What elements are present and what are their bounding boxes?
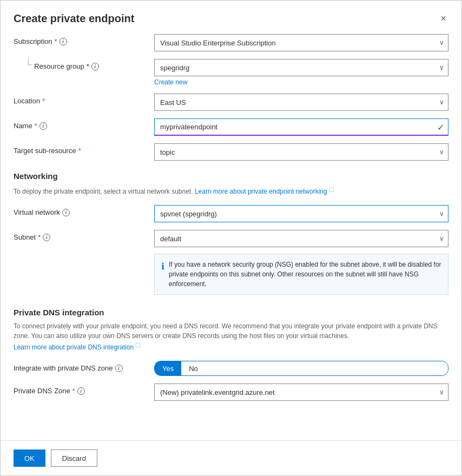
networking-learn-more-link[interactable]: Learn more about private endpoint networ…: [195, 188, 334, 195]
subnet-required: *: [38, 233, 41, 241]
location-control: East US ∨: [154, 94, 448, 111]
discard-button[interactable]: Discard: [51, 449, 97, 467]
dns-zone-required: *: [72, 387, 75, 395]
subscription-select-wrapper: Visual Studio Enterprise Subscription ∨: [154, 34, 448, 51]
resource-group-label-container: └ Resource group * i: [14, 59, 154, 70]
networking-description: To deploy the private endpoint, select a…: [14, 185, 448, 196]
dialog-title: Create private endpoint: [14, 12, 134, 25]
subnet-label: Subnet * i: [14, 230, 154, 241]
integrate-dns-label: Integrate with private DNS zone i: [14, 361, 154, 372]
private-dns-zone-row: Private DNS Zone * i (New) privatelink.e…: [14, 384, 448, 401]
resource-group-info-icon[interactable]: i: [91, 63, 99, 70]
name-input[interactable]: [154, 118, 448, 136]
nsg-info-text: If you have a network security group (NS…: [169, 260, 441, 289]
name-required: *: [35, 122, 37, 130]
external-link-icon-networking: ⬚: [329, 186, 334, 192]
subscription-label: Subscription * i: [14, 34, 154, 45]
dns-zone-select[interactable]: (New) privatelink.eventgrid.azure.net: [154, 384, 448, 401]
integrate-dns-row: Integrate with private DNS zone i Yes No: [14, 361, 448, 376]
dialog-body: Subscription * i Visual Studio Enterpris…: [1, 34, 461, 440]
virtual-network-select[interactable]: spvnet (spegridrg): [154, 205, 448, 222]
resource-group-select[interactable]: spegridrg: [154, 59, 448, 76]
integrate-dns-control: Yes No: [154, 361, 448, 376]
resource-group-required: *: [87, 62, 89, 70]
name-input-wrapper: ✓: [154, 118, 448, 136]
resource-group-control: spegridrg ∨ Create new: [154, 59, 448, 86]
subnet-select-wrapper: default ∨: [154, 230, 448, 247]
target-sub-resource-select[interactable]: topic: [154, 143, 448, 161]
subscription-required: *: [55, 37, 57, 45]
resource-group-label: Resource group: [34, 62, 84, 70]
subnet-row: Subnet * i default ∨ ℹ If you: [14, 230, 448, 295]
subscription-control: Visual Studio Enterprise Subscription ∨: [154, 34, 448, 51]
create-new-link[interactable]: Create new: [154, 78, 187, 86]
subscription-info-icon[interactable]: i: [60, 38, 67, 45]
ok-button[interactable]: OK: [14, 449, 45, 467]
resource-group-section: └ Resource group * i spegridrg ∨ Create …: [14, 59, 448, 86]
target-sub-resource-label: Target sub-resource *: [14, 143, 154, 155]
name-check-icon: ✓: [437, 122, 444, 133]
integrate-dns-info-icon[interactable]: i: [115, 365, 123, 372]
virtual-network-row: Virtual network i spvnet (spegridrg) ∨: [14, 205, 448, 222]
resource-group-select-wrapper: spegridrg ∨: [154, 59, 448, 76]
nsg-info-box: ℹ If you have a network security group (…: [154, 254, 448, 295]
external-link-icon-dns: ⬚: [135, 342, 140, 348]
virtual-network-label: Virtual network i: [14, 205, 154, 216]
target-required: *: [78, 147, 81, 155]
private-dns-zone-label: Private DNS Zone * i: [14, 384, 154, 395]
subnet-control: default ∨: [154, 230, 448, 247]
dns-zone-select-wrapper: (New) privatelink.eventgrid.azure.net ∨: [154, 384, 448, 401]
target-select-wrapper: topic ∨: [154, 143, 448, 161]
toggle-yes-option[interactable]: Yes: [155, 361, 181, 375]
virtual-network-info-icon[interactable]: i: [62, 209, 70, 216]
target-sub-resource-control: topic ∨: [154, 143, 448, 161]
name-label: Name * i: [14, 118, 154, 130]
target-sub-resource-row: Target sub-resource * topic ∨: [14, 143, 448, 161]
private-dns-section-title: Private DNS integration: [14, 308, 448, 317]
name-info-icon[interactable]: i: [39, 122, 47, 130]
dialog-footer: OK Discard: [1, 440, 461, 475]
location-select-wrapper: East US ∨: [154, 94, 448, 111]
nsg-info-container: ℹ If you have a network security group (…: [14, 250, 448, 295]
name-row: Name * i ✓: [14, 118, 448, 136]
dialog-header: Create private endpoint ×: [1, 1, 461, 34]
subscription-row: Subscription * i Visual Studio Enterpris…: [14, 34, 448, 51]
private-dns-learn-more-link[interactable]: Learn more about private DNS integration…: [14, 343, 140, 351]
nsg-info-circle-icon: ℹ: [161, 260, 164, 273]
name-control: ✓: [154, 118, 448, 136]
private-dns-description: To connect privately with your private e…: [14, 321, 448, 352]
subnet-row-inner: Subnet * i default ∨: [14, 230, 448, 247]
create-private-endpoint-dialog: Create private endpoint × Subscription *…: [0, 0, 462, 476]
dns-zone-info-icon[interactable]: i: [77, 387, 85, 395]
private-dns-zone-control: (New) privatelink.eventgrid.azure.net ∨: [154, 384, 448, 401]
location-required: *: [42, 97, 45, 105]
location-select[interactable]: East US: [154, 94, 448, 111]
networking-section-title: Networking: [14, 171, 448, 181]
subscription-select[interactable]: Visual Studio Enterprise Subscription: [154, 34, 448, 51]
virtual-network-control: spvnet (spegridrg) ∨: [154, 205, 448, 222]
location-row: Location * East US ∨: [14, 94, 448, 111]
dns-toggle[interactable]: Yes No: [154, 361, 448, 376]
close-button[interactable]: ×: [438, 11, 448, 25]
toggle-no-option[interactable]: No: [181, 361, 206, 375]
virtual-network-select-wrapper: spvnet (spegridrg) ∨: [154, 205, 448, 222]
subnet-select[interactable]: default: [154, 230, 448, 247]
subnet-info-icon[interactable]: i: [43, 234, 50, 241]
location-label: Location *: [14, 94, 154, 105]
